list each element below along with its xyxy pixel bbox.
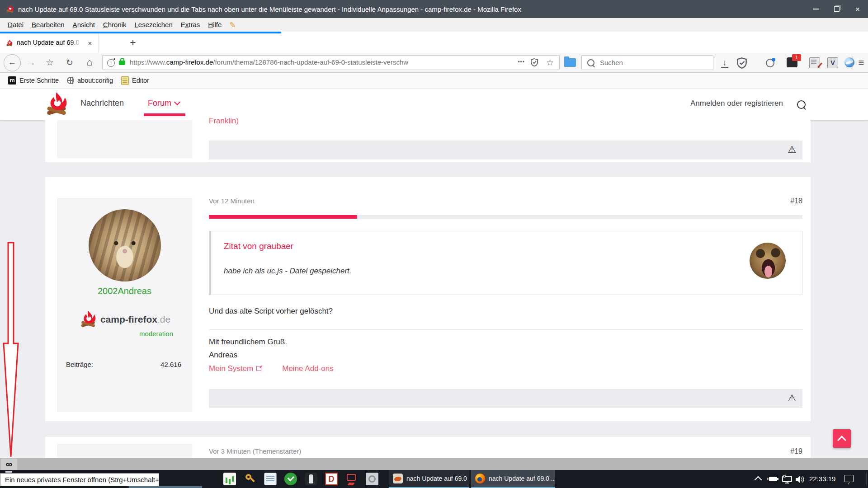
v-extension-icon[interactable]: V [827, 57, 838, 68]
clipped-link[interactable]: Franklin) [209, 117, 239, 126]
tray-chevron-up-icon[interactable] [755, 476, 762, 484]
browser-tab[interactable]: nach Update auf 69.0 Statu × [0, 33, 99, 53]
post-timestamp[interactable]: Vor 12 Minuten [209, 197, 255, 205]
taskbar-icon-antivirus-check[interactable] [284, 473, 297, 485]
extension-circle-icon[interactable] [766, 59, 774, 67]
network-icon[interactable] [781, 475, 793, 483]
notepad-icon [121, 76, 129, 85]
menu-datei[interactable]: Datei [4, 18, 28, 32]
restore-icon [834, 6, 840, 12]
menu-hilfe[interactable]: Hilfe [204, 18, 226, 32]
reload-button[interactable]: ↻ [63, 56, 76, 69]
report-warning-icon[interactable]: ⚠ [788, 393, 796, 404]
taskbar-icon-chart-editor[interactable] [223, 473, 236, 485]
pencil-icon[interactable]: ✎ [229, 20, 236, 30]
window-titlebar[interactable]: nach Update auf 69.0 Statusleiste versch… [0, 0, 868, 18]
menu-ansicht[interactable]: Ansicht [69, 18, 99, 32]
menu-extras[interactable]: Extras [177, 18, 204, 32]
toolbar-separator [853, 56, 853, 69]
action-center-icon[interactable] [844, 475, 854, 482]
menu-lesezeichen[interactable]: Lesezeichen [131, 18, 177, 32]
taskbar-clock[interactable]: 22:33:19 [809, 470, 845, 488]
restore-button[interactable] [826, 0, 847, 18]
link-meine-addons[interactable]: Meine Add-ons [282, 364, 333, 373]
author-box: 2002Andreas camp-firefox.de moderation B… [57, 198, 192, 412]
show-desktop-strip[interactable] [866, 472, 867, 486]
site-info-icon[interactable]: i [107, 59, 115, 67]
back-button[interactable]: ← [4, 54, 21, 71]
menu-bar: Datei Bearbeiten Ansicht Chronik Lesezei… [0, 18, 868, 32]
shield-check-icon[interactable] [530, 58, 538, 67]
author-username[interactable]: 2002Andreas [57, 286, 192, 296]
minimize-button[interactable] [806, 0, 826, 18]
red-annotation-arrow [3, 242, 19, 458]
post-body-text: Und das alte Script vorher gelöscht? [209, 307, 333, 316]
taskbar-icon-red-monitor[interactable] [345, 473, 358, 485]
adblock-shield-icon[interactable] [736, 57, 748, 69]
extension-dark-icon[interactable]: 1 [787, 57, 797, 67]
menu-bearbeiten[interactable]: Bearbeiten [28, 18, 69, 32]
post-number[interactable]: #18 [790, 197, 802, 205]
report-bar: ⚠ [209, 141, 802, 160]
private-window-button[interactable]: ∞ [1, 459, 17, 470]
battery-icon[interactable] [767, 475, 779, 483]
url-bar[interactable]: i https://www.camp-firefox.de/forum/them… [102, 55, 560, 70]
globe-icon [67, 77, 74, 84]
taskbar-icon-keepass[interactable] [244, 473, 256, 485]
taskbar-icon-camera[interactable] [366, 473, 378, 485]
page-content: Nachrichten Forum Anmelden oder registri… [0, 89, 868, 458]
report-warning-icon[interactable]: ⚠ [788, 144, 796, 155]
search-bar[interactable]: Suchen [581, 55, 713, 70]
start-button[interactable] [5, 471, 12, 473]
taskbar-icon-d-app[interactable]: D [325, 473, 338, 485]
tab-title-fade [71, 38, 84, 49]
windows-taskbar: D nach Update auf 69.0 ... nach Update a… [0, 470, 868, 488]
speaker-icon[interactable] [795, 475, 807, 483]
url-fade [487, 56, 514, 69]
forum-active-underline [144, 113, 185, 116]
page-actions-icon[interactable]: ••• [518, 59, 525, 65]
bookmarks-bar: m Erste Schritte about:config Editor [0, 73, 868, 89]
nav-item-forum[interactable]: Forum [148, 99, 179, 108]
tab-favicon [5, 39, 13, 47]
post-number[interactable]: #19 [790, 447, 802, 455]
taskbar-window-firefox-active[interactable]: nach Update auf 69.0 ... [471, 470, 555, 488]
menu-chronik[interactable]: Chronik [99, 18, 131, 32]
star-toolbar-button[interactable]: ☆ [43, 56, 56, 69]
nav-item-nachrichten[interactable]: Nachrichten [80, 99, 124, 108]
camp-firefox-favicon [5, 5, 14, 14]
scroll-to-top-button[interactable] [833, 429, 851, 448]
posts-label: Beiträge: [66, 361, 93, 368]
folder-toolbar-icon[interactable] [564, 58, 576, 67]
link-mein-system[interactable]: Mein System [209, 364, 262, 373]
https-padlock-icon[interactable] [119, 61, 125, 65]
close-button[interactable]: × [847, 0, 868, 18]
report-bar: ⚠ [209, 389, 802, 408]
forward-button[interactable]: → [25, 57, 37, 69]
form-fill-icon[interactable] [809, 57, 820, 68]
home-button[interactable]: ⌂ [83, 56, 96, 69]
tab-bar: nach Update auf 69.0 Statu × + [0, 32, 868, 53]
quote-box: Zitat von graubaer habe ich als uc.js - … [209, 231, 802, 295]
tab-close-icon[interactable]: × [85, 38, 95, 48]
m-favicon: m [8, 76, 16, 84]
bookmark-about-config[interactable]: about:config [67, 77, 113, 84]
bookmark-erste-schritte[interactable]: m Erste Schritte [8, 76, 59, 84]
login-link[interactable]: Anmelden oder registrieren [690, 99, 783, 108]
camp-firefox-logo[interactable] [43, 91, 70, 117]
posts-count[interactable]: 42.616 [160, 361, 181, 368]
hamburger-menu-icon[interactable]: ≡ [855, 57, 867, 69]
taskbar-icon-dark-app[interactable] [305, 473, 317, 485]
taskbar-icon-notepad[interactable] [264, 473, 277, 485]
bookmark-star-icon[interactable]: ☆ [546, 57, 554, 68]
new-tab-button[interactable]: + [126, 36, 140, 50]
header-search-button[interactable] [797, 100, 808, 111]
post-timestamp[interactable]: Vor 3 Minuten (Themenstarter) [209, 447, 301, 455]
taskbar-window-irfanview[interactable]: nach Update auf 69.0 ... [389, 470, 469, 488]
signature-line-2: Andreas [209, 351, 237, 360]
avatar-graubaer[interactable] [750, 243, 786, 279]
avatar-2002andreas[interactable] [89, 209, 161, 282]
quote-title-link[interactable]: Zitat von graubaer [224, 241, 293, 251]
bookmark-editor[interactable]: Editor [121, 76, 149, 85]
downloads-button[interactable]: ↓ [719, 57, 731, 69]
